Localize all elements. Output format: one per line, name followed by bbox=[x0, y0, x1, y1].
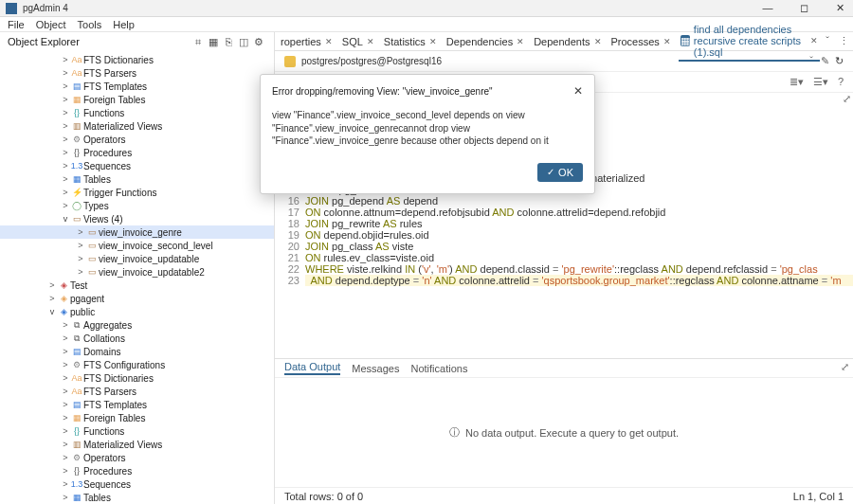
modal-ok-label: OK bbox=[558, 167, 573, 178]
modal-close-icon[interactable]: ✕ bbox=[573, 84, 583, 98]
modal-overlay: Error dropping/removing View: "view_invo… bbox=[0, 0, 853, 504]
modal-ok-button[interactable]: ✓ OK bbox=[537, 163, 583, 182]
modal-body: view "Finance".view_invoice_second_level… bbox=[272, 109, 583, 148]
check-icon: ✓ bbox=[547, 167, 554, 177]
error-modal: Error dropping/removing View: "view_invo… bbox=[260, 74, 595, 194]
modal-title: Error dropping/removing View: "view_invo… bbox=[272, 86, 493, 97]
